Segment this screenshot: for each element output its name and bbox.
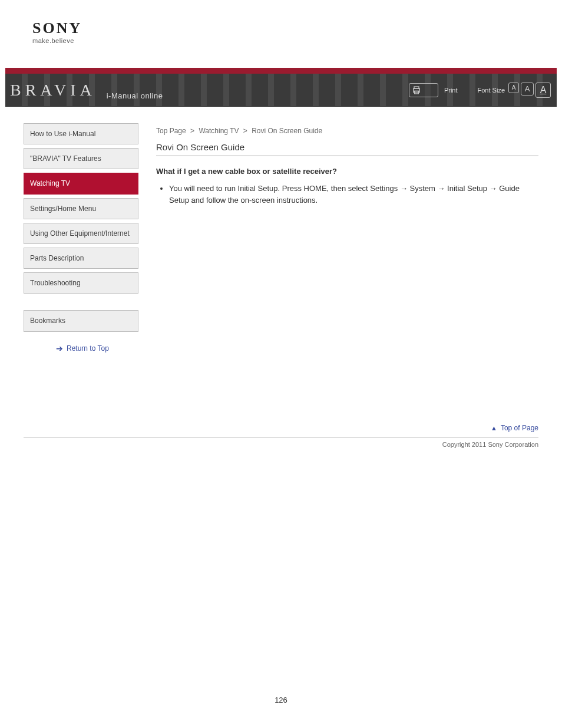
copyright: Copyright 2011 Sony Corporation [0, 441, 538, 448]
crumb-2[interactable]: Rovi On Screen Guide [252, 127, 322, 135]
print-label: Print [444, 87, 458, 94]
breadcrumb: Top Page > Watching TV > Rovi On Screen … [156, 123, 538, 137]
top-of-page-link[interactable]: ▲ Top of Page [0, 424, 538, 432]
page-title: Rovi On Screen Guide [156, 142, 538, 152]
accent-stripe [5, 68, 557, 74]
faq-answer-bullet: You will need to run Initial Setup. Pres… [169, 183, 538, 206]
nav-other-equipment[interactable]: Using Other Equipment/Internet [24, 223, 138, 244]
print-icon [412, 85, 421, 95]
manual-label: i-Manual online [107, 91, 163, 106]
crumb-1[interactable]: Watching TV [199, 127, 239, 135]
nav-settings[interactable]: Settings/Home Menu [24, 198, 138, 219]
font-size-label: Font Size [478, 87, 505, 94]
nav-parts[interactable]: Parts Description [24, 248, 138, 269]
nav-bookmarks[interactable]: Bookmarks [24, 310, 138, 331]
brand-tagline: make.believe [32, 37, 562, 44]
brand-logo: SONY [32, 21, 562, 36]
product-name: BRAVIA [10, 81, 96, 100]
footer-divider [24, 437, 538, 437]
sidebar-nav: How to Use i-Manual "BRAVIA" TV Features… [24, 123, 138, 353]
top-of-page-label: Top of Page [501, 424, 538, 432]
content-area: Top Page > Watching TV > Rovi On Screen … [156, 123, 538, 353]
return-to-top-link[interactable]: ➔ Return to Top [24, 344, 138, 353]
font-size-medium-button[interactable]: A [521, 83, 534, 95]
return-to-top-label: Return to Top [67, 344, 109, 353]
arrow-right-icon: ➔ [56, 344, 63, 353]
font-size-small-button[interactable]: A [508, 83, 519, 93]
nav-troubleshooting[interactable]: Troubleshooting [24, 272, 138, 294]
header-bar: BRAVIA i-Manual online Print Font Size A… [5, 74, 557, 107]
page-number: 126 [0, 696, 562, 704]
nav-features[interactable]: "BRAVIA" TV Features [24, 148, 138, 169]
crumb-0[interactable]: Top Page [156, 127, 186, 135]
print-button[interactable] [409, 83, 438, 97]
faq-question: What if I get a new cable box or satelli… [156, 167, 538, 176]
nav-how-to-use[interactable]: How to Use i-Manual [24, 123, 138, 144]
nav-watching-tv[interactable]: Watching TV [24, 173, 138, 194]
title-divider [156, 156, 538, 156]
font-size-large-button[interactable]: A [535, 83, 551, 98]
chevron-up-icon: ▲ [491, 424, 497, 431]
